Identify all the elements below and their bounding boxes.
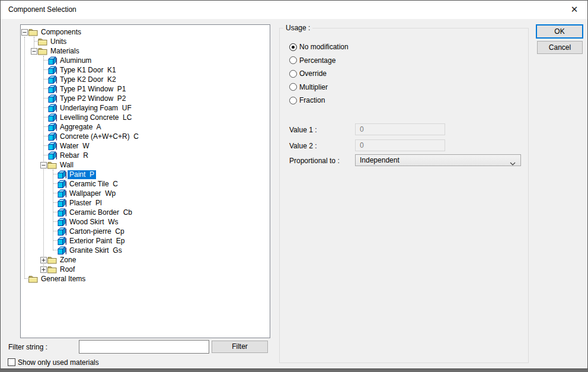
tree-item-label: Levelling Concrete LC [58, 113, 133, 122]
tree-indent-spacer [49, 208, 57, 217]
radio-button-icon[interactable] [289, 43, 297, 51]
screen: Component Selection ✕ ComponentsUnitsMat… [0, 0, 588, 372]
tree-item-label: Concrete (A+W+C+R) C [58, 132, 140, 141]
component-tree[interactable]: ComponentsUnitsMaterialsAluminumType K1 … [20, 24, 270, 338]
close-icon[interactable]: ✕ [563, 1, 586, 18]
value2-field[interactable] [355, 139, 445, 151]
tree-item-type-p2-window-p2[interactable]: Type P2 Window P2 [21, 94, 127, 103]
folder-icon [38, 37, 47, 46]
tree-item-type-k1-door-k1[interactable]: Type K1 Door K1 [21, 65, 118, 75]
tree-item-roof[interactable]: Roof [21, 265, 76, 274]
filter-button[interactable]: Filter [212, 341, 268, 353]
radio-percentage[interactable]: Percentage [289, 56, 335, 65]
cube-icon [47, 122, 57, 132]
taskbar-strip [0, 368, 588, 372]
proportional-to-label: Proportional to : [289, 157, 340, 165]
tree-item-exterior-paint-ep[interactable]: Exterior Paint Ep [21, 236, 126, 246]
tree-item-aggregate-a[interactable]: Aggregate A [21, 122, 103, 132]
titlebar[interactable]: Component Selection ✕ [1, 1, 587, 19]
tree-indent-spacer [40, 122, 47, 132]
cube-icon [47, 113, 57, 122]
radio-label: Override [299, 69, 327, 78]
tree-item-label: Water W [58, 142, 91, 151]
show-only-used-materials-checkbox[interactable] [8, 358, 15, 366]
collapse-expander-icon[interactable] [21, 27, 28, 37]
tree-item-rebar-r[interactable]: Rebar R [21, 151, 90, 160]
tree-indent-spacer [49, 198, 57, 208]
tree-item-units[interactable]: Units [21, 37, 68, 46]
tree-indent-spacer [21, 274, 28, 284]
folder-icon [47, 160, 57, 170]
tree-item-ceramic-tile-c[interactable]: Ceramic Tile C [21, 179, 120, 189]
cube-icon [57, 236, 66, 246]
tree-item-concrete-a-w-c-r-c[interactable]: Concrete (A+W+C+R) C [21, 132, 140, 141]
tree-indent-spacer [49, 170, 57, 179]
cube-icon [57, 227, 66, 236]
tree-item-label: Units [49, 37, 68, 46]
tree-item-plaster-pl[interactable]: Plaster Pl [21, 198, 104, 208]
tree-indent-spacer [49, 236, 57, 246]
tree-item-ceramic-border-cb[interactable]: Ceramic Border Cb [21, 208, 134, 217]
cube-icon [47, 141, 57, 151]
tree-item-components[interactable]: Components [21, 27, 83, 37]
radio-fraction[interactable]: Fraction [289, 96, 325, 104]
folder-icon [47, 255, 57, 265]
tree-item-label: Carton-pierre Cp [68, 227, 126, 236]
radio-button-icon[interactable] [289, 83, 297, 91]
cube-icon [47, 56, 57, 65]
ok-button[interactable]: OK [536, 24, 583, 39]
tree-item-aluminum[interactable]: Aluminum [21, 56, 93, 65]
folder-icon [28, 27, 38, 37]
radio-label: No modification [299, 43, 349, 51]
tree-item-granite-skirt-gs[interactable]: Granite Skirt Gs [21, 246, 124, 255]
cube-icon [57, 208, 66, 217]
cube-icon [57, 179, 66, 189]
tree-item-water-w[interactable]: Water W [21, 141, 91, 151]
usage-group-title: Usage : [283, 24, 312, 32]
tree-item-general-items[interactable]: General Items [21, 274, 87, 284]
tree-indent-spacer [49, 227, 57, 236]
tree-item-type-k2-door-k2[interactable]: Type K2 Door K2 [21, 75, 118, 84]
cube-icon [47, 94, 57, 103]
collapse-expander-icon[interactable] [40, 160, 47, 170]
tree-item-label: Type P1 Window P1 [58, 85, 127, 94]
tree-indent-spacer [49, 189, 57, 198]
proportional-to-dropdown[interactable]: Independent [355, 154, 521, 166]
expand-expander-icon[interactable] [40, 265, 47, 274]
filter-string-input[interactable] [79, 340, 209, 354]
tree-item-wall[interactable]: Wall [21, 160, 75, 170]
value1-field[interactable] [355, 123, 445, 135]
tree-item-wallpaper-wp[interactable]: Wallpaper Wp [21, 189, 117, 198]
tree-item-type-p1-window-p1[interactable]: Type P1 Window P1 [21, 84, 127, 94]
tree-indent-spacer [40, 65, 47, 75]
tree-item-materials[interactable]: Materials [21, 46, 81, 56]
tree-item-label: Materials [49, 47, 81, 56]
cube-icon [47, 151, 57, 160]
cube-icon [47, 103, 57, 113]
expand-expander-icon[interactable] [40, 255, 47, 265]
tree-item-label: Type P2 Window P2 [58, 94, 127, 103]
tree-item-underlaying-foam-uf[interactable]: Underlaying Foam UF [21, 103, 133, 113]
value1-label: Value 1 : [289, 126, 317, 134]
tree-item-zone[interactable]: Zone [21, 255, 78, 265]
radio-button-icon[interactable] [289, 56, 297, 64]
radio-button-icon[interactable] [289, 97, 297, 104]
tree-indent-spacer [40, 94, 47, 103]
collapse-expander-icon[interactable] [30, 46, 38, 56]
radio-no-modification[interactable]: No modification [289, 43, 349, 51]
tree-indent-spacer [40, 56, 47, 65]
cube-icon [57, 246, 66, 255]
tree-item-wood-skirt-ws[interactable]: Wood Skirt Ws [21, 217, 120, 227]
radio-multiplier[interactable]: Multiplier [289, 83, 328, 91]
radio-button-icon[interactable] [289, 70, 297, 78]
dialog-title: Component Selection [8, 1, 76, 19]
tree-item-label: Roof [58, 265, 76, 274]
usage-groupbox [279, 28, 529, 363]
cancel-button[interactable]: Cancel [537, 41, 583, 54]
tree-item-paint-p[interactable]: Paint P [21, 170, 96, 179]
radio-override[interactable]: Override [289, 69, 327, 78]
tree-item-levelling-concrete-lc[interactable]: Levelling Concrete LC [21, 113, 133, 122]
tree-item-carton-pierre-cp[interactable]: Carton-pierre Cp [21, 227, 126, 236]
tree-item-label: Zone [58, 256, 78, 265]
cube-icon [57, 170, 66, 179]
